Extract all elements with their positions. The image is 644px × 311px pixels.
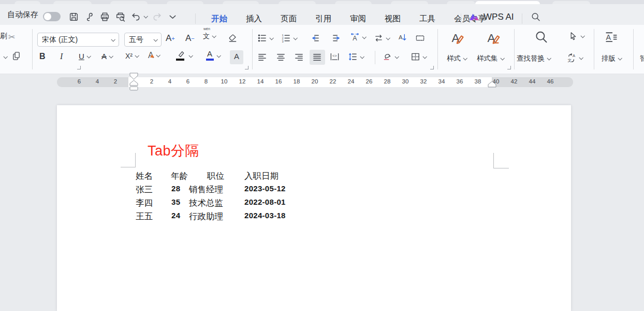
numbered-list-icon[interactable]: 123 bbox=[281, 33, 297, 43]
ruler-number: 32 bbox=[420, 78, 427, 84]
wps-ai-button[interactable]: WPS AI bbox=[469, 12, 514, 22]
highlight-color-icon[interactable] bbox=[176, 51, 192, 61]
styles-button[interactable]: 样式 bbox=[447, 54, 466, 63]
ruler-number: 28 bbox=[384, 78, 391, 84]
sub-divider bbox=[375, 51, 375, 64]
table-cell: 王五 bbox=[136, 211, 153, 222]
ruler-number: 34 bbox=[438, 78, 445, 84]
autosave-label: 自动保存 bbox=[7, 10, 38, 20]
justify-icon[interactable] bbox=[312, 52, 322, 62]
toggle-knob bbox=[44, 13, 51, 20]
align-center-icon[interactable] bbox=[276, 52, 286, 62]
increase-indent-icon[interactable] bbox=[331, 33, 341, 43]
redo-button[interactable] bbox=[152, 10, 163, 23]
ruler-number: 22 bbox=[330, 78, 336, 84]
font-dialog-launcher-icon[interactable] bbox=[245, 66, 248, 69]
table-cell: 2024-03-18 bbox=[244, 211, 286, 220]
char-scale-icon[interactable]: A bbox=[350, 32, 365, 42]
svg-text:A: A bbox=[399, 34, 403, 40]
divider bbox=[461, 13, 461, 24]
line-spacing-icon[interactable] bbox=[348, 52, 363, 62]
format-painter-button[interactable]: 刷 bbox=[0, 32, 7, 41]
chevron-down-icon[interactable] bbox=[3, 54, 7, 59]
find-icon[interactable] bbox=[534, 30, 548, 44]
copy-icon[interactable] bbox=[11, 51, 21, 61]
typeset-button[interactable]: 排版 bbox=[602, 54, 621, 63]
select-cursor-icon[interactable] bbox=[568, 31, 584, 41]
ruler-number: 44 bbox=[529, 78, 536, 84]
crop-mark-left bbox=[121, 167, 136, 167]
wps-ai-label: WPS AI bbox=[484, 12, 514, 22]
styles-icon[interactable]: A bbox=[449, 30, 465, 46]
decrease-indent-icon[interactable] bbox=[311, 33, 320, 43]
divider bbox=[522, 13, 522, 24]
underline-button[interactable]: U bbox=[79, 52, 90, 61]
ruler-number: 30 bbox=[402, 78, 409, 84]
font-name-select[interactable]: 宋体 (正文) bbox=[37, 33, 119, 47]
table-cell: 李四 bbox=[136, 197, 153, 209]
distribute-icon[interactable]: <> bbox=[330, 52, 340, 62]
right-indent-marker[interactable] bbox=[488, 81, 497, 88]
search-icon[interactable] bbox=[531, 12, 541, 24]
text-sort-icon[interactable]: A bbox=[398, 33, 407, 43]
ruler-number: 36 bbox=[457, 78, 463, 84]
paragraph-dialog-launcher-icon[interactable] bbox=[430, 66, 434, 69]
ruler-number: 6 bbox=[78, 78, 81, 84]
typeset-icon[interactable]: A bbox=[605, 31, 618, 45]
align-right-icon[interactable] bbox=[294, 52, 304, 62]
save-button[interactable] bbox=[68, 10, 79, 23]
svg-text:A: A bbox=[353, 35, 357, 42]
font-size-select[interactable]: 五号 bbox=[124, 33, 162, 47]
cut-icon[interactable]: ✂ bbox=[8, 32, 15, 42]
borders-icon[interactable] bbox=[411, 52, 426, 62]
table-cell: 2023-05-12 bbox=[244, 184, 286, 193]
group-divider bbox=[514, 29, 515, 69]
divider bbox=[195, 13, 196, 24]
ruler-number: 2 bbox=[114, 78, 117, 84]
group-divider bbox=[594, 29, 594, 69]
ruler-number: 4 bbox=[96, 78, 99, 84]
style-set-button[interactable]: 样式集 bbox=[477, 54, 504, 63]
export-pdf-button[interactable] bbox=[84, 10, 95, 23]
style-set-icon[interactable]: A bbox=[485, 30, 501, 46]
italic-button[interactable]: I bbox=[60, 52, 63, 61]
ruler-number: 42 bbox=[511, 78, 518, 84]
chevron-down-icon bbox=[153, 37, 157, 41]
table-cell: 行政助理 bbox=[189, 211, 223, 222]
hanging-indent-marker[interactable] bbox=[129, 80, 139, 91]
cn-layout-icon[interactable] bbox=[374, 33, 389, 43]
ruler-number: 10 bbox=[221, 78, 228, 84]
autosave-toggle[interactable] bbox=[43, 12, 61, 21]
quick-access-toolbar bbox=[68, 10, 183, 23]
styles-dialog-launcher-icon[interactable] bbox=[507, 66, 511, 69]
increase-font-icon[interactable]: A+ bbox=[166, 33, 175, 44]
bullet-list-icon[interactable] bbox=[257, 33, 273, 43]
document-page[interactable]: Tab分隔 姓名年龄职位入职日期张三28销售经理2023-05-12李四35技术… bbox=[57, 105, 571, 311]
tab-settings-icon[interactable] bbox=[415, 33, 425, 43]
find-replace-button[interactable]: 查找替换 bbox=[517, 54, 550, 63]
shading-bucket-icon[interactable] bbox=[383, 52, 398, 62]
decrease-font-icon[interactable]: A− bbox=[185, 33, 195, 44]
pinyin-guide-icon[interactable]: wén文 bbox=[203, 32, 215, 41]
more-commands-button[interactable] bbox=[167, 10, 178, 23]
ruler-number: 6 bbox=[186, 78, 189, 84]
superscript-button[interactable]: X² bbox=[125, 52, 138, 60]
clipboard-dialog-launcher-icon[interactable] bbox=[77, 66, 81, 69]
bold-button[interactable]: B bbox=[39, 52, 46, 61]
align-left-icon[interactable] bbox=[257, 52, 267, 62]
text-effects-icon[interactable]: A bbox=[148, 51, 159, 60]
print-button[interactable] bbox=[99, 10, 110, 23]
undo-button[interactable] bbox=[130, 10, 147, 23]
first-line-indent-marker[interactable] bbox=[129, 73, 139, 80]
strikethrough-button[interactable]: A bbox=[101, 52, 112, 61]
ruler-number: 8 bbox=[204, 78, 208, 84]
ruler-number: 20 bbox=[312, 78, 318, 84]
table-cell: 24 bbox=[171, 211, 180, 220]
crop-mark-right bbox=[493, 168, 509, 168]
right-partial-button[interactable]: 智 bbox=[640, 54, 644, 63]
font-color-icon[interactable]: A bbox=[206, 51, 220, 61]
print-preview-button[interactable] bbox=[115, 10, 126, 23]
translate-icon[interactable]: 文A bbox=[567, 53, 582, 63]
clear-format-icon[interactable] bbox=[228, 33, 238, 43]
ruler-number: 46 bbox=[547, 78, 554, 84]
